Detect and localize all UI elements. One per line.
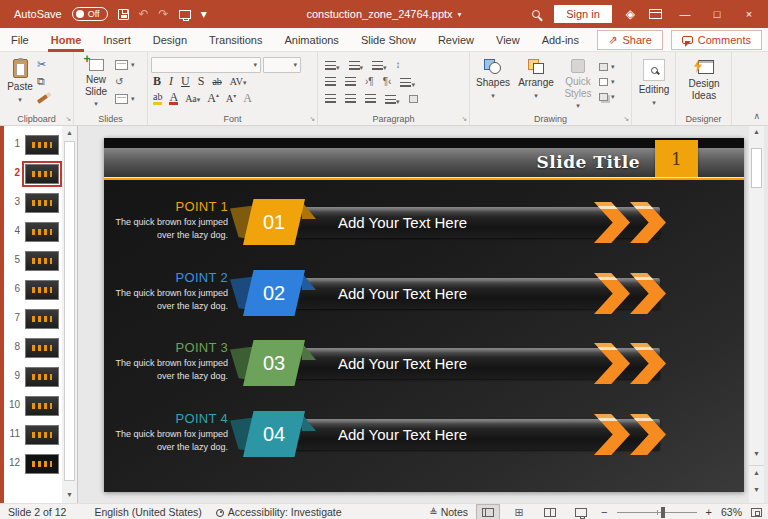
align-center-icon[interactable]	[345, 94, 356, 103]
clipboard-dialog-launcher[interactable]: ↘	[65, 115, 71, 123]
point-text-block[interactable]: POINT 3 The quick brown fox jumped over …	[108, 340, 228, 383]
text-bar[interactable]: Add Your Text Here	[294, 278, 660, 309]
search-icon[interactable]	[532, 10, 540, 18]
text-direction-button[interactable]: ↕	[396, 59, 401, 70]
number-badge[interactable]: 04	[230, 411, 320, 457]
save-icon[interactable]	[118, 9, 129, 20]
thumbnail-slide-11[interactable]: 11	[4, 424, 62, 450]
sign-in-button[interactable]: Sign in	[554, 5, 612, 23]
zoom-slider[interactable]	[617, 512, 697, 513]
shape-fill-icon[interactable]	[599, 63, 608, 71]
number-badge[interactable]: 01	[230, 199, 320, 245]
text-bar[interactable]: Add Your Text Here	[294, 419, 660, 450]
canvas-scrollbar[interactable]: ▲ ▼ ▲ ▼	[749, 126, 764, 503]
zoom-out-button[interactable]: −	[601, 506, 607, 518]
paste-button[interactable]: Paste ▾	[3, 56, 37, 107]
slide-sorter-view-button[interactable]: ⊞	[508, 505, 530, 519]
scroll-up-icon[interactable]: ▲	[749, 128, 764, 135]
start-slideshow-icon[interactable]	[179, 10, 191, 19]
decrease-indent-icon[interactable]	[325, 77, 336, 86]
point-text-block[interactable]: POINT 2 The quick brown fox jumped over …	[108, 270, 228, 313]
underline-button[interactable]: U	[181, 74, 190, 89]
reading-view-button[interactable]	[539, 505, 561, 519]
tab-view[interactable]: View	[485, 28, 531, 52]
thumb-scroll-up-icon[interactable]: ▲	[62, 126, 77, 139]
font-dialog-launcher[interactable]: ↘	[309, 115, 315, 123]
previous-slide-icon[interactable]: ▲	[749, 465, 764, 476]
scroll-thumb[interactable]	[751, 148, 762, 188]
share-button[interactable]: ⇗ Share	[597, 30, 663, 50]
text-shadow-button[interactable]: S	[198, 74, 205, 89]
number-badge[interactable]: 03	[230, 340, 320, 386]
slide-page-badge[interactable]: 1	[655, 140, 698, 178]
tab-insert[interactable]: Insert	[92, 28, 142, 52]
bold-button[interactable]: B	[153, 74, 161, 89]
change-case-button[interactable]: Aa▾	[185, 93, 200, 104]
tab-review[interactable]: Review	[427, 28, 485, 52]
slideshow-view-button[interactable]	[570, 505, 592, 519]
thumbnail-slide-10[interactable]: 10	[4, 395, 62, 421]
thumbnail-slide-9[interactable]: 9	[4, 366, 62, 392]
justify-button[interactable]: ▾	[385, 90, 400, 108]
copy-icon[interactable]: ⧉	[37, 73, 48, 90]
tab-file[interactable]: File	[0, 28, 40, 52]
ribbon-display-options-icon[interactable]	[649, 9, 662, 19]
thumbnail-slide-8[interactable]: 8	[4, 337, 62, 363]
minimize-button[interactable]: —	[676, 8, 694, 20]
thumbnail-slide-5[interactable]: 5	[4, 250, 62, 276]
thumb-scroll-down-icon[interactable]: ▼	[62, 488, 77, 501]
zoom-slider-thumb[interactable]	[661, 507, 665, 518]
reset-slide-icon[interactable]: ↺	[115, 73, 135, 90]
columns-button[interactable]: ▾	[400, 73, 415, 91]
customize-qat-icon[interactable]: ▾	[201, 8, 207, 20]
strikethrough-button[interactable]: ab	[212, 76, 221, 87]
document-title[interactable]: constuction_zone_24764.pptx ▾	[306, 8, 461, 20]
thumbnail-slide-3[interactable]: 3	[4, 192, 62, 218]
shrink-font-button[interactable]: A▾	[226, 92, 236, 104]
language-status[interactable]: English (United States)	[94, 506, 201, 518]
layout-icon[interactable]	[115, 60, 128, 70]
design-ideas-button[interactable]: Design Ideas	[679, 56, 729, 101]
slide-title[interactable]: Slide Title	[536, 152, 640, 172]
bullets-button[interactable]: ▾	[325, 56, 340, 74]
thumbnail-slide-12[interactable]: 12	[4, 453, 62, 479]
tab-transitions[interactable]: Transitions	[198, 28, 273, 52]
character-spacing-button[interactable]: AV▾	[230, 76, 247, 87]
thumbnail-slide-2[interactable]: 2	[4, 163, 62, 189]
paragraph-marks-right-icon[interactable]: ›¶	[365, 76, 374, 87]
font-name-select[interactable]: ▾	[151, 57, 261, 73]
text-bar[interactable]: Add Your Text Here	[294, 207, 660, 238]
new-slide-button[interactable]: New Slide ▾	[77, 56, 115, 108]
highlight-color-button[interactable]: ab	[153, 92, 162, 105]
increase-indent-icon[interactable]	[345, 77, 356, 86]
shape-effects-icon[interactable]	[599, 93, 608, 101]
tab-animations[interactable]: Animations	[273, 28, 349, 52]
next-slide-icon[interactable]: ▼	[749, 486, 764, 493]
font-color-button[interactable]: A	[169, 92, 178, 105]
drawing-dialog-launcher[interactable]: ↘	[623, 115, 629, 123]
point-text-block[interactable]: POINT 1 The quick brown fox jumped over …	[108, 199, 228, 242]
thumbnail-slide-7[interactable]: 7	[4, 308, 62, 334]
clear-formatting-button[interactable]: A	[243, 91, 252, 106]
comments-button[interactable]: Comments	[671, 30, 762, 50]
numbering-button[interactable]: ▾	[349, 56, 364, 74]
shape-outline-icon[interactable]	[599, 78, 608, 86]
thumbnail-slide-1[interactable]: 1	[4, 134, 62, 160]
section-icon[interactable]	[115, 94, 128, 104]
text-bar[interactable]: Add Your Text Here	[294, 348, 660, 379]
undo-icon[interactable]: ↶	[139, 8, 149, 20]
tab-add-ins[interactable]: Add-ins	[531, 28, 590, 52]
point-text-block[interactable]: POINT 4 The quick brown fox jumped over …	[108, 411, 228, 454]
paragraph-dialog-launcher[interactable]: ↘	[461, 115, 467, 123]
maximize-button[interactable]: □	[708, 8, 726, 20]
thumbnail-slide-6[interactable]: 6	[4, 279, 62, 305]
quick-styles-button[interactable]: Quick Styles ▾	[559, 56, 597, 110]
format-painter-icon[interactable]	[37, 94, 48, 104]
scroll-down-icon[interactable]: ▼	[749, 450, 764, 457]
tab-design[interactable]: Design	[142, 28, 198, 52]
zoom-level[interactable]: 63%	[721, 506, 742, 518]
collapse-ribbon-icon[interactable]: ∧	[753, 111, 760, 121]
thumbnail-slide-4[interactable]: 4	[4, 221, 62, 247]
redo-icon[interactable]: ↷	[159, 8, 169, 20]
italic-button[interactable]: I	[169, 74, 173, 89]
